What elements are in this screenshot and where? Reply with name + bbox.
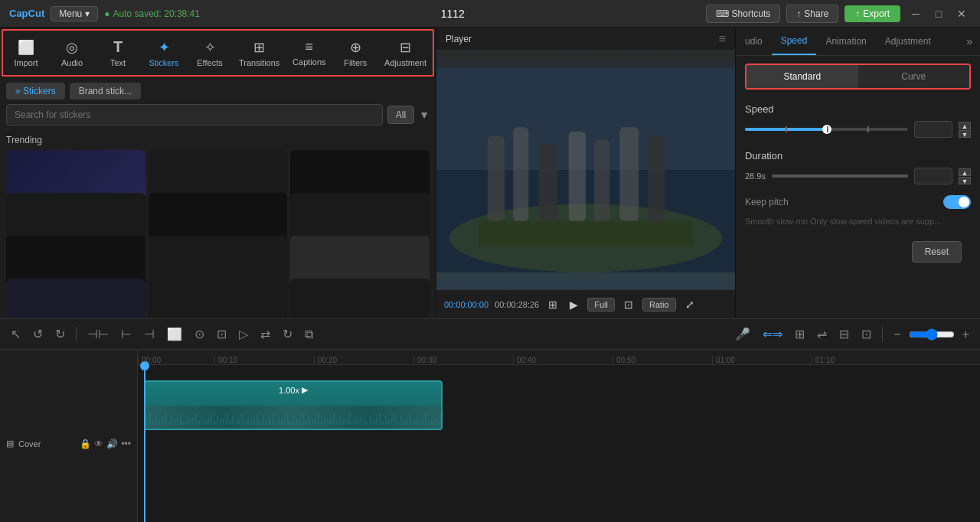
frame-button[interactable]: ⊡ bbox=[212, 324, 231, 344]
link-button[interactable]: ⇐⇒ bbox=[758, 324, 787, 344]
minimize-button[interactable]: ─ bbox=[906, 5, 925, 23]
select-tool[interactable]: ↖ bbox=[6, 324, 25, 344]
toolbar-captions[interactable]: ≡ Captions bbox=[286, 34, 332, 71]
ruler-tick-5: 00:50 bbox=[612, 356, 712, 364]
keep-pitch-row: Keep pitch bbox=[736, 191, 980, 214]
player-title: Player bbox=[446, 34, 472, 44]
ratio-button[interactable]: Ratio bbox=[642, 298, 676, 312]
tab-adjustment[interactable]: Adjustment bbox=[876, 28, 940, 54]
duration-increment[interactable]: ▲ bbox=[959, 168, 971, 176]
tab-speed[interactable]: Speed bbox=[772, 28, 817, 55]
duration-slider-track[interactable] bbox=[772, 175, 908, 178]
delete-button[interactable]: ⬜ bbox=[162, 324, 187, 344]
rotate-button[interactable]: ↻ bbox=[278, 324, 297, 344]
redo-button[interactable]: ↻ bbox=[51, 324, 70, 344]
video-track: 1.00x ▶ bbox=[138, 365, 980, 522]
eye-icon[interactable]: 👁 bbox=[94, 439, 103, 449]
speed-heading: Speed bbox=[745, 103, 971, 115]
collapse-button[interactable]: » bbox=[959, 28, 980, 55]
tracks-area: 00:00 00:10 00:20 00:30 00:40 00:50 01:0… bbox=[138, 350, 980, 522]
sticker-partial2[interactable]: 🟠 bbox=[290, 279, 430, 318]
zoom-in-button[interactable]: + bbox=[958, 325, 974, 344]
reset-button[interactable]: Reset bbox=[912, 241, 962, 263]
transitions-icon: ⊞ bbox=[253, 39, 265, 56]
sticker-tab-bar: » Stickers Brand stick... bbox=[0, 78, 436, 104]
more-icon[interactable]: ••• bbox=[121, 439, 131, 449]
autosave-status: ● Auto saved: 20:38:41 bbox=[104, 8, 200, 19]
speed-section: Speed 1.0x ▲ ▼ bbox=[736, 97, 980, 144]
speed-value-input[interactable]: 1.0x bbox=[914, 121, 952, 138]
volume-icon[interactable]: 🔊 bbox=[106, 439, 118, 449]
current-time: 00:00:00:00 bbox=[444, 300, 488, 309]
timeline-content: ▤ Cover 🔒 👁 🔊 ••• 00:00 00:10 00:20 00:3… bbox=[0, 350, 980, 522]
all-filter-button[interactable]: All bbox=[387, 106, 414, 124]
duration-decrement[interactable]: ▼ bbox=[959, 177, 971, 184]
flip-button[interactable]: ⇄ bbox=[256, 324, 275, 344]
toolbar-filters[interactable]: ⊕ Filters bbox=[332, 34, 378, 72]
toolbar-adjustment[interactable]: ⊟ Adjustment bbox=[378, 34, 433, 72]
standard-speed-button[interactable]: Standard bbox=[746, 65, 858, 88]
trim-end-button[interactable]: ⊣ bbox=[139, 324, 159, 344]
fullscreen-button[interactable]: ⤢ bbox=[682, 297, 697, 312]
timeline-ruler: 00:00 00:10 00:20 00:30 00:40 00:50 01:0… bbox=[138, 350, 980, 365]
brand-stickers-tab[interactable]: Brand stick... bbox=[70, 83, 141, 100]
speed-type-selector: Standard Curve bbox=[745, 64, 971, 90]
undo-button[interactable]: ↺ bbox=[28, 324, 47, 344]
play-marker-button[interactable]: ▷ bbox=[234, 324, 253, 344]
svg-rect-3 bbox=[488, 135, 505, 220]
timeline-labels: ▤ Cover 🔒 👁 🔊 ••• bbox=[0, 350, 138, 522]
toolbar-transitions[interactable]: ⊞ Transitions bbox=[233, 34, 286, 72]
magnetic-button[interactable]: ⊞ bbox=[790, 324, 809, 344]
export-button[interactable]: ↑ Export bbox=[844, 5, 900, 22]
toolbar-import[interactable]: ⬜ Import bbox=[3, 34, 49, 72]
speed-slider-track[interactable] bbox=[745, 128, 908, 131]
menu-button[interactable]: Menu ▾ bbox=[51, 6, 98, 21]
track-button[interactable]: ⊟ bbox=[835, 324, 854, 344]
crop-tl-button[interactable]: ⧉ bbox=[300, 325, 318, 344]
toolbar-audio[interactable]: ◎ Audio bbox=[49, 34, 95, 72]
duration-value-input[interactable]: 28.9s bbox=[914, 168, 952, 184]
caption-tl-button[interactable]: ⊡ bbox=[857, 324, 876, 344]
speed-decrement[interactable]: ▼ bbox=[959, 130, 971, 138]
close-button[interactable]: ✕ bbox=[952, 5, 971, 23]
svg-rect-7 bbox=[594, 140, 609, 221]
sticker-partial1[interactable]: 🔵 bbox=[149, 279, 288, 318]
zoom-out-button[interactable]: − bbox=[889, 325, 905, 344]
tab-animation[interactable]: Animation bbox=[816, 28, 875, 54]
player-header: Player ≡ bbox=[436, 28, 735, 51]
play-button[interactable]: ▶ bbox=[567, 297, 581, 312]
sticker-monster[interactable]: 👾 bbox=[6, 279, 145, 318]
trim-start-button[interactable]: ⊢ bbox=[116, 324, 136, 344]
split-button[interactable]: ⊣⊢ bbox=[83, 324, 113, 344]
toolbar-stickers[interactable]: ✦ Stickers bbox=[141, 34, 187, 72]
search-input[interactable] bbox=[6, 104, 383, 126]
ruler-tick-2: 00:20 bbox=[314, 356, 413, 364]
timeline-cursor bbox=[144, 365, 145, 522]
crop-button[interactable]: ⊡ bbox=[621, 297, 636, 312]
speed-increment[interactable]: ▲ bbox=[959, 122, 971, 129]
tab-audio[interactable]: udio bbox=[736, 28, 772, 54]
lock-icon[interactable]: 🔒 bbox=[80, 439, 91, 449]
toolbar-text[interactable]: T Text bbox=[95, 34, 141, 72]
toolbar-effects[interactable]: ✧ Effects bbox=[187, 34, 233, 72]
ruler-tick-7: 01:10 bbox=[812, 356, 911, 364]
zoom-slider[interactable] bbox=[909, 328, 955, 341]
keep-pitch-toggle[interactable] bbox=[943, 195, 971, 209]
mic-button[interactable]: 🎤 bbox=[730, 324, 755, 344]
duration-heading: Duration bbox=[745, 150, 971, 161]
adjustment-icon: ⊟ bbox=[400, 39, 411, 56]
video-clip[interactable]: 1.00x ▶ bbox=[144, 380, 443, 430]
curve-speed-button[interactable]: Curve bbox=[858, 65, 970, 88]
grid-view-button[interactable]: ⊞ bbox=[545, 297, 560, 312]
align-button[interactable]: ⇌ bbox=[812, 324, 831, 344]
shield-button[interactable]: ⊙ bbox=[190, 324, 209, 344]
full-button[interactable]: Full bbox=[587, 298, 615, 312]
maximize-button[interactable]: □ bbox=[929, 5, 948, 23]
duration-section: Duration 28.9s 28.9s ▲ ▼ bbox=[736, 144, 980, 191]
app-logo: CapCut bbox=[9, 8, 44, 19]
share-button[interactable]: ↑ Share bbox=[786, 5, 838, 23]
trending-label: Trending bbox=[0, 132, 436, 150]
ruler-tick-6: 01:00 bbox=[712, 356, 812, 364]
shortcuts-button[interactable]: ⌨ Shortcuts bbox=[706, 5, 781, 23]
stickers-tab[interactable]: » Stickers bbox=[6, 83, 65, 100]
